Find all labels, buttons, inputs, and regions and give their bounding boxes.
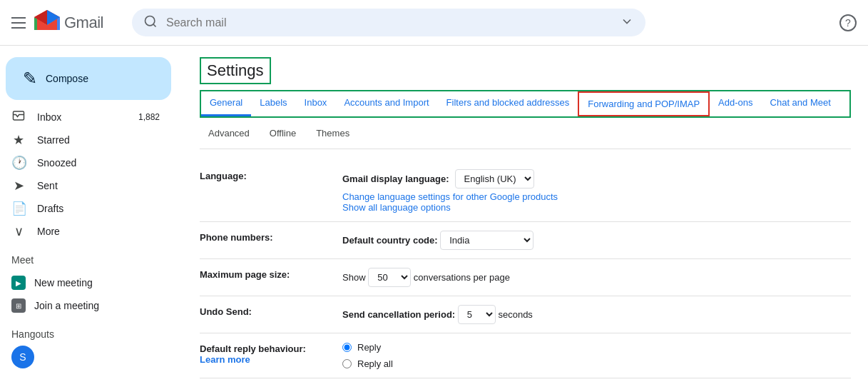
- tab-filters[interactable]: Filters and blocked addresses: [438, 91, 578, 116]
- sidebar-inbox-count: 1,882: [138, 112, 160, 122]
- phone-label: Phone numbers:: [200, 231, 342, 243]
- compose-button[interactable]: ✎ Compose: [6, 57, 171, 100]
- reply-option-label: Reply: [357, 342, 381, 353]
- tab-chat[interactable]: Chat and Meet: [762, 91, 839, 116]
- cancel-period-label: Send cancellation period:: [342, 309, 455, 320]
- learn-more-link[interactable]: Learn more: [200, 354, 250, 365]
- show-language-link[interactable]: Show all language options: [342, 202, 451, 213]
- sub-tab-advanced[interactable]: Advanced: [200, 124, 258, 143]
- show-label: Show: [342, 272, 366, 283]
- drafts-icon: 📄: [11, 201, 26, 216]
- search-dropdown-icon[interactable]: [620, 14, 634, 31]
- sub-tabs: Advanced Offline Themes: [200, 118, 851, 149]
- reply-all-radio[interactable]: [342, 359, 352, 368]
- sidebar-item-new-meeting[interactable]: ▶ New meeting: [0, 271, 183, 294]
- sidebar-item-join-meeting[interactable]: ⊞ Join a meeting: [0, 294, 183, 317]
- new-meeting-label: New meeting: [34, 277, 93, 288]
- tab-addons[interactable]: Add-ons: [710, 91, 761, 116]
- display-language-label: Gmail display language:: [342, 174, 449, 184]
- page-size-control: Show 50 25 100 conversations per page: [342, 268, 851, 287]
- tab-labels[interactable]: Labels: [251, 91, 295, 116]
- search-bar[interactable]: [132, 9, 645, 36]
- inbox-icon: [11, 109, 26, 126]
- change-language-link[interactable]: Change language settings for other Googl…: [342, 191, 558, 202]
- help-icon[interactable]: ?: [839, 14, 857, 31]
- tab-inbox[interactable]: Inbox: [296, 91, 336, 116]
- sidebar-item-inbox[interactable]: Inbox 1,882: [0, 106, 171, 129]
- page-title: Settings: [207, 61, 264, 79]
- hangouts-user[interactable]: S: [0, 346, 183, 368]
- reply-control: Reply Reply all: [342, 342, 851, 369]
- tabs-container: General Labels Inbox Accounts and Import…: [200, 90, 851, 118]
- grid-icon: ⊞: [11, 298, 26, 313]
- avatar: S: [11, 346, 34, 368]
- reply-radio-group: Reply Reply all: [342, 342, 851, 369]
- sidebar-drafts-label: Drafts: [37, 203, 160, 214]
- undo-send-control: Send cancellation period: 5 10 20 30 sec…: [342, 305, 851, 324]
- menu-icon[interactable]: [11, 17, 26, 29]
- seconds-label: seconds: [498, 309, 532, 320]
- reply-option: Reply: [342, 342, 851, 353]
- language-select[interactable]: English (UK) English (US): [455, 169, 534, 189]
- settings-title-box: Settings: [200, 57, 271, 84]
- search-input[interactable]: [166, 16, 620, 29]
- sidebar: ✎ Compose Inbox 1,882 ★ Starred 🕐 Snooze…: [0, 46, 183, 382]
- undo-send-label: Undo Send:: [200, 305, 342, 317]
- reply-all-option-label: Reply all: [357, 358, 393, 369]
- sidebar-more-label: More: [37, 226, 160, 237]
- sidebar-item-drafts[interactable]: 📄 Drafts: [0, 197, 171, 220]
- phone-control: Default country code: India United State…: [342, 231, 851, 250]
- hover-row: Hover actions: Enable hover actions - Qu…: [200, 378, 851, 382]
- more-chevron-icon: ∨: [11, 223, 26, 239]
- meet-section-label: Meet: [0, 248, 183, 271]
- compose-label: Compose: [46, 73, 88, 84]
- gmail-label: Gmail: [64, 14, 103, 32]
- sidebar-item-more[interactable]: ∨ More: [0, 220, 171, 243]
- sidebar-starred-label: Starred: [37, 134, 160, 146]
- undo-send-row: Undo Send: Send cancellation period: 5 1…: [200, 296, 851, 333]
- topbar: Gmail ?: [0, 0, 868, 46]
- sub-tab-themes[interactable]: Themes: [307, 124, 358, 143]
- svg-point-1: [145, 16, 154, 26]
- country-code-label: Default country code:: [342, 235, 438, 246]
- reply-label: Default reply behaviour: Learn more: [200, 342, 342, 365]
- video-icon: ▶: [11, 276, 26, 290]
- tab-general[interactable]: General: [201, 91, 251, 116]
- sub-tab-offline[interactable]: Offline: [261, 124, 305, 143]
- sent-icon: ➤: [11, 178, 26, 193]
- language-row: Language: Gmail display language: Englis…: [200, 161, 851, 222]
- compose-plus-icon: ✎: [23, 69, 37, 89]
- sidebar-item-sent[interactable]: ➤ Sent: [0, 174, 171, 197]
- snoozed-icon: 🕐: [11, 155, 26, 171]
- page-size-row: Maximum page size: Show 50 25 100 conver…: [200, 259, 851, 296]
- reply-row: Default reply behaviour: Learn more Repl…: [200, 333, 851, 378]
- page-size-select[interactable]: 50 25 100: [368, 268, 411, 287]
- page-size-label: Maximum page size:: [200, 268, 342, 280]
- phone-row: Phone numbers: Default country code: Ind…: [200, 222, 851, 259]
- hangouts-section-label: Hangouts: [0, 323, 183, 346]
- sidebar-item-snoozed[interactable]: 🕐 Snoozed: [0, 151, 171, 174]
- starred-icon: ★: [11, 132, 26, 148]
- sidebar-sent-label: Sent: [37, 180, 160, 191]
- per-page-label: conversations per page: [414, 272, 510, 283]
- reply-radio[interactable]: [342, 343, 352, 352]
- sidebar-snoozed-label: Snoozed: [37, 157, 160, 169]
- language-control: Gmail display language: English (UK) Eng…: [342, 169, 851, 213]
- join-meeting-label: Join a meeting: [34, 300, 99, 311]
- language-label: Language:: [200, 169, 342, 181]
- layout: ✎ Compose Inbox 1,882 ★ Starred 🕐 Snooze…: [0, 46, 868, 382]
- sidebar-item-starred[interactable]: ★ Starred: [0, 129, 171, 151]
- undo-seconds-select[interactable]: 5 10 20 30: [458, 305, 496, 324]
- country-select[interactable]: India United States United Kingdom: [440, 231, 533, 250]
- tab-forwarding[interactable]: Forwarding and POP/IMAP: [578, 91, 710, 116]
- search-icon: [143, 14, 158, 31]
- main-content: Settings General Labels Inbox Accounts a…: [183, 46, 868, 382]
- sidebar-inbox-label: Inbox: [37, 111, 138, 123]
- reply-all-option: Reply all: [342, 358, 851, 369]
- tab-accounts[interactable]: Accounts and Import: [335, 91, 437, 116]
- gmail-logo: Gmail: [33, 9, 103, 37]
